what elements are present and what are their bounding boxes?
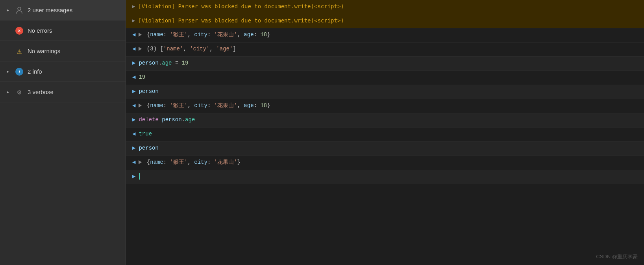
text-cursor (139, 173, 140, 180)
input-prompt4: ▶ (132, 144, 135, 152)
obj3-text: {name: '猴王', city: '花果山'} (139, 158, 638, 167)
sidebar-label-no-errors: No errors (28, 27, 52, 34)
console-row-violation1: ▶ [Violation] Parser was blocked due to … (126, 0, 644, 14)
console-row-input4: ▶ person (126, 142, 644, 156)
info-circle-icon: i (15, 68, 23, 76)
input4-text: person (139, 144, 638, 152)
input-prompt2: ▶ (132, 87, 135, 96)
obj3-expand-icon[interactable] (139, 160, 142, 164)
obj1-expand-icon[interactable] (139, 33, 142, 37)
sidebar-item-no-warnings[interactable]: ⚠ No warnings (0, 41, 126, 61)
expand-placeholder-warnings (5, 48, 11, 54)
expand-icon-user-messages[interactable]: ▶ (5, 7, 11, 13)
sidebar-label-verbose: 3 verbose (28, 89, 54, 95)
cursor-content[interactable] (139, 172, 638, 181)
user-messages-icon (15, 6, 24, 15)
result1-text: 19 (139, 73, 638, 82)
console-panel: ▶ [Violation] Parser was blocked due to … (126, 0, 644, 265)
obj2-expand-icon[interactable] (139, 104, 142, 107)
error-icon: ✕ (15, 26, 24, 35)
input2-text: person (139, 87, 638, 96)
console-row-input2: ▶ person (126, 85, 644, 99)
output-prompt-obj3: ◀ (132, 158, 135, 167)
expand-placeholder-errors (5, 28, 11, 34)
sidebar-label-info: 2 info (28, 68, 42, 75)
info-icon: i (15, 67, 24, 76)
console-row-obj2: ◀ {name: '猴王', city: '花果山', age: 18} (126, 99, 644, 113)
console-row-result2: ◀ true (126, 128, 644, 142)
expand-arrow-violation2[interactable]: ▶ (132, 17, 135, 24)
result2-text: true (139, 130, 638, 138)
input1-text: person.age = 19 (139, 59, 638, 67)
expand-icon-info[interactable]: ▶ (5, 69, 11, 75)
violation1-text: [Violation] Parser was blocked due to do… (138, 2, 638, 11)
cursor-prompt: ▶ (132, 172, 135, 181)
console-row-obj1: ◀ {name: '猴王', city: '花果山', age: 18} (126, 28, 644, 43)
console-row-cursor[interactable]: ▶ (126, 170, 644, 184)
sidebar-item-user-messages[interactable]: ▶ 2 user messages (0, 0, 126, 20)
sidebar-item-verbose[interactable]: ▶ ⚙ 3 verbose (0, 82, 126, 102)
sidebar-label-user-messages: 2 user messages (28, 7, 72, 13)
output-prompt-result2: ◀ (132, 130, 135, 138)
output-prompt-result1: ◀ (132, 73, 135, 82)
svg-point-0 (18, 7, 21, 10)
violation2-text: [Violation] Parser was blocked due to do… (138, 17, 638, 25)
watermark-text: CSDN @重庆李豪 (596, 254, 638, 259)
expand-arrow-violation1[interactable]: ▶ (132, 2, 135, 10)
input3-text: delete person.age (139, 116, 638, 124)
console-row-obj3: ◀ {name: '猴王', city: '花果山'} (126, 156, 644, 170)
sidebar-item-info[interactable]: ▶ i 2 info (0, 61, 126, 82)
input-prompt3: ▶ (132, 116, 135, 124)
warning-icon: ⚠ (15, 47, 24, 56)
sidebar-item-no-errors[interactable]: ✕ No errors (0, 20, 126, 41)
console-row-result1: ◀ 19 (126, 71, 644, 85)
warning-triangle-icon: ⚠ (17, 46, 22, 56)
console-row-input3: ▶ delete person.age (126, 113, 644, 128)
sidebar: ▶ 2 user messages ✕ No errors ⚠ No warni… (0, 0, 126, 265)
output-prompt-arr1: ◀ (132, 45, 135, 53)
console-row-arr1: ◀ (3) ['name', 'city', 'age'] (126, 43, 644, 57)
arr1-text: (3) ['name', 'city', 'age'] (139, 45, 638, 53)
obj1-text: {name: '猴王', city: '花果山', age: 18} (139, 31, 638, 39)
verbose-icon: ⚙ (15, 88, 24, 96)
sidebar-label-no-warnings: No warnings (28, 48, 60, 54)
console-row-violation2: ▶ [Violation] Parser was blocked due to … (126, 14, 644, 28)
output-prompt-obj2: ◀ (132, 102, 135, 110)
error-circle-icon: ✕ (15, 27, 23, 35)
obj2-text: {name: '猴王', city: '花果山', age: 18} (139, 102, 638, 110)
input-prompt1: ▶ (132, 59, 135, 67)
expand-icon-verbose[interactable]: ▶ (5, 89, 11, 95)
arr1-expand-icon[interactable] (139, 47, 142, 51)
output-prompt-obj1: ◀ (132, 31, 135, 39)
console-row-input1: ▶ person.age = 19 (126, 57, 644, 71)
watermark: CSDN @重庆李豪 (596, 253, 638, 260)
